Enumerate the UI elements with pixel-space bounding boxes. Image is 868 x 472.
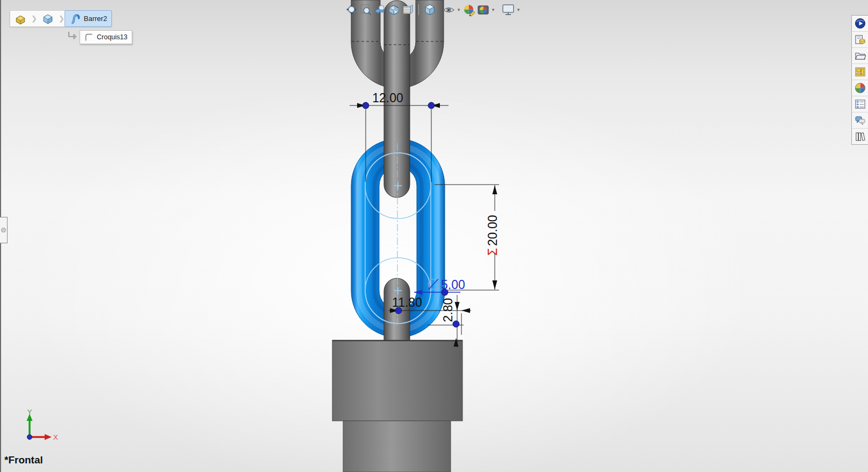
hide-show-items-button[interactable] [442,3,456,17]
breadcrumb: ❯ ❯ Barrer2 [10,10,112,27]
tab-file-explorer[interactable] [852,48,868,64]
view-orientation-button[interactable] [423,3,437,17]
redirect-arrow-icon [67,31,77,41]
splitter-knob-icon [1,228,6,233]
small-cylinder[interactable] [343,421,451,472]
large-cylinder[interactable] [332,340,463,421]
tab-forum[interactable] [852,112,868,129]
breadcrumb-chevron: ❯ [58,11,65,26]
zoom-to-area-button[interactable] [359,3,373,17]
section-view-button[interactable] [387,3,401,17]
sweep-feature-icon [69,13,81,25]
solidworks-resources-icon [855,18,866,29]
dim-handle-point[interactable] [428,102,435,109]
tab-design-library[interactable] [852,32,868,48]
view-orientation-label: *Frontal [4,454,43,466]
folder-icon [855,50,866,61]
dim-width-value[interactable]: 12.00 [372,91,403,105]
dim-handle-point[interactable] [362,102,369,109]
chevron-down-icon[interactable]: ▾ [515,7,522,12]
design-library-icon [855,34,866,45]
apply-scene-button[interactable] [476,3,490,17]
chevron-down-icon[interactable]: ▾ [490,7,496,12]
chevron-down-icon[interactable]: ▾ [456,7,462,12]
tab-appearances-scenes[interactable] [852,80,868,96]
zoom-to-fit-button[interactable] [345,3,359,17]
breadcrumb-part[interactable] [10,11,31,26]
sketch-icon [84,33,94,42]
task-pane-tabs [851,15,868,145]
dim-diameter-value[interactable]: 5.00 [441,278,465,292]
breadcrumb-feature-selected[interactable]: Barrer2 [65,10,112,27]
edit-appearance-button[interactable] [462,3,476,17]
sketch-item[interactable]: Croquis13 [80,30,132,44]
part-icon [15,13,26,25]
graphics-viewport[interactable]: 12.00 Σ 20.00 5.00 11.80 [0,0,868,472]
x-axis-label: X [53,433,58,441]
dim-total-value[interactable]: 20.00 [486,215,500,246]
dim-pitch-value[interactable]: 11.80 [392,295,422,309]
tab-solidworks-resources[interactable] [852,16,868,32]
appearances-icon [855,82,866,94]
books-icon [855,131,866,142]
view-settings-button[interactable] [501,3,515,17]
dim-sigma-prefix[interactable]: Σ [486,248,500,256]
solid-body-icon [42,13,54,25]
reference-triad: Y X [27,408,59,441]
headsup-toolbar: ▾ ▾ ▾ [345,3,522,17]
toolbar-separator [418,4,419,15]
breadcrumb-feature-label: Barrer2 [84,15,107,23]
tab-custom-properties[interactable] [852,96,868,112]
model-scene: 12.00 Σ 20.00 5.00 11.80 [0,0,868,472]
custom-properties-icon [855,98,866,110]
previous-view-button[interactable] [373,3,387,17]
view-palette-icon [855,66,866,78]
y-axis-label: Y [27,408,32,416]
sketch-item-label: Croquis13 [97,33,127,41]
tab-view-palette[interactable] [852,64,868,80]
featuremanager-splitter-tab[interactable] [0,217,8,243]
z-axis-dot [27,435,32,440]
tab-document-recovery[interactable] [852,129,868,144]
forum-chat-icon [855,115,866,126]
breadcrumb-chevron: ❯ [31,11,38,26]
annotation-views-button[interactable] [401,3,415,17]
dim-offset-value[interactable]: 2.80 [441,298,455,322]
breadcrumb-body[interactable] [38,11,58,26]
